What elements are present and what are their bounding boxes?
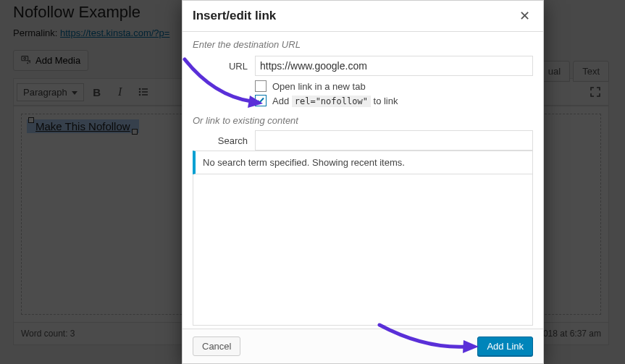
close-icon[interactable]: ✕ bbox=[516, 5, 533, 27]
existing-content-hint: Or link to existing content bbox=[193, 115, 533, 126]
nofollow-label: Add rel="nofollow" to link bbox=[272, 96, 398, 106]
search-results[interactable] bbox=[193, 174, 533, 326]
search-notice: No search term specified. Showing recent… bbox=[193, 151, 533, 174]
url-input[interactable] bbox=[255, 56, 533, 76]
link-modal: Insert/edit link ✕ Enter the destination… bbox=[182, 0, 544, 364]
search-input[interactable] bbox=[255, 130, 533, 151]
url-label: URL bbox=[193, 61, 255, 72]
destination-hint: Enter the destination URL bbox=[193, 39, 533, 50]
nofollow-checkbox[interactable] bbox=[255, 95, 267, 106]
new-tab-checkbox[interactable] bbox=[255, 80, 267, 92]
cancel-button[interactable]: Cancel bbox=[193, 337, 240, 356]
modal-title: Insert/edit link bbox=[193, 9, 276, 23]
add-link-button[interactable]: Add Link bbox=[477, 337, 533, 356]
new-tab-label: Open link in a new tab bbox=[272, 81, 366, 92]
search-label: Search bbox=[193, 135, 255, 146]
